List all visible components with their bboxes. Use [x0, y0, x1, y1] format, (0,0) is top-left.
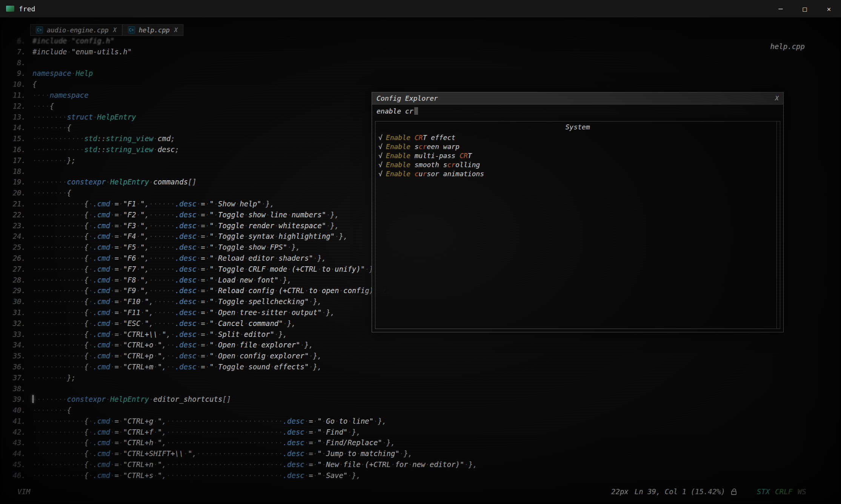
whitespace-dots: · — [313, 438, 317, 447]
code-line[interactable]: 40.········{ — [9, 405, 839, 416]
code-line[interactable]: 7.#include·"enum-utils.h" — [9, 46, 839, 57]
code-token: commands — [153, 178, 188, 186]
whitespace-dots: · — [136, 265, 140, 273]
code-line[interactable]: 37.········}; — [9, 372, 839, 383]
code-line[interactable]: 38. — [9, 383, 839, 394]
tab-help-cpp[interactable]: C+ help.cpp X — [122, 24, 183, 36]
code-token: .desc — [175, 363, 197, 371]
window-titlebar[interactable]: fred ─ □ ✕ — [0, 0, 841, 17]
code-token: .desc — [175, 243, 197, 251]
code-token: Cancel — [218, 319, 244, 327]
whitespace-dots: · — [347, 428, 352, 436]
whitespace-dots: ········ — [32, 178, 67, 186]
code-token: .cmd — [93, 221, 110, 230]
whitespace-dots: · — [339, 460, 343, 469]
code-token: = — [201, 276, 205, 284]
code-line[interactable]: 45.············{·.cmd·=·"CTRL+n·",······… — [9, 459, 839, 470]
checkbox-checked-icon[interactable]: √ — [378, 143, 383, 151]
config-item[interactable]: √Enable CRT effect — [378, 133, 777, 142]
syntax-flag[interactable]: STX — [757, 487, 770, 496]
code-line[interactable]: 35.············{·.cmd·=·"CTRL+p·",··.des… — [9, 350, 839, 361]
code-token: editor — [248, 254, 274, 262]
whitespace-flag[interactable]: WS — [798, 487, 806, 496]
whitespace-dots: ··························· — [166, 460, 283, 469]
code-token: FPS" — [270, 243, 287, 251]
popup-titlebar[interactable]: Config Explorer X — [372, 92, 783, 104]
code-token: }, — [287, 319, 296, 327]
checkbox-checked-icon[interactable]: √ — [378, 161, 383, 169]
whitespace-dots: · — [158, 330, 162, 338]
whitespace-dots: · — [235, 341, 240, 349]
whitespace-dots: · — [110, 363, 114, 371]
code-token: whitespace" — [278, 221, 326, 230]
code-line[interactable]: 43.············{·.cmd·=·"CTRL+h·",······… — [9, 437, 839, 448]
code-line[interactable]: 8. — [9, 57, 839, 68]
config-item[interactable]: √Enable multi-pass CRT — [378, 151, 777, 160]
line-number: 26. — [9, 253, 32, 264]
whitespace-dots: · — [313, 428, 317, 436]
minimize-button[interactable]: ─ — [769, 0, 793, 17]
code-token: "CTRL+o — [123, 341, 153, 349]
whitespace-dots: · — [197, 200, 201, 208]
code-token: }, — [331, 221, 339, 230]
whitespace-dots: · — [205, 352, 209, 360]
whitespace-dots: ····· — [153, 297, 175, 306]
whitespace-dots: · — [287, 265, 291, 273]
code-line[interactable]: 36.············{·.cmd·=·"CTRL+m·",··.des… — [9, 361, 839, 372]
code-line[interactable]: 9.namespace·Help — [9, 68, 839, 79]
code-line[interactable]: 39.········constexpr·HelpEntry·editor_sh… — [9, 394, 839, 405]
code-token: = — [114, 417, 118, 425]
tab-close-icon[interactable]: X — [113, 27, 117, 34]
code-token: (+CTRL — [278, 286, 304, 295]
config-item[interactable]: √Enable smooth scrolling — [378, 160, 777, 169]
crlf-flag[interactable]: CRLF — [775, 487, 792, 496]
tab-close-icon[interactable]: X — [174, 27, 178, 34]
code-line[interactable]: 44.············{·.cmd·=·"CTRL+SHIFT+\\·"… — [9, 448, 839, 459]
code-token: { — [84, 211, 88, 219]
code-token: " — [145, 297, 149, 306]
code-token: Jump — [326, 449, 343, 458]
code-token: "F4 — [123, 232, 136, 240]
code-line[interactable]: 41.············{·.cmd·=·"CTRL+g·",······… — [9, 416, 839, 427]
whitespace-dots: ········ — [32, 113, 67, 121]
code-token: .desc — [175, 286, 197, 295]
whitespace-dots: · — [197, 286, 201, 295]
line-number: 24. — [9, 231, 32, 242]
code-token: :: — [97, 145, 106, 154]
whitespace-dots: · — [322, 449, 326, 458]
code-token: { — [84, 363, 88, 371]
whitespace-dots: · — [89, 243, 93, 251]
whitespace-dots: · — [110, 243, 114, 251]
checkbox-checked-icon[interactable]: √ — [378, 152, 383, 160]
code-token: , — [162, 471, 166, 479]
code-line[interactable]: 42.············{·.cmd·=·"CTRL+f·",······… — [9, 427, 839, 438]
whitespace-dots: · — [266, 211, 270, 219]
code-token: "F7 — [123, 265, 136, 273]
code-line[interactable]: 46.············{·.cmd·=·"CTRL+s·",······… — [9, 470, 839, 481]
config-item-text — [411, 134, 415, 141]
code-token: "CTRL+\\ — [123, 330, 158, 338]
config-item[interactable]: √Enable screen warp — [378, 142, 777, 151]
code-token: Open — [218, 308, 235, 317]
code-line[interactable]: 10.{ — [9, 79, 839, 90]
config-item[interactable]: √Enable cursor animations — [378, 169, 777, 178]
line-number: 36. — [9, 361, 32, 372]
code-line[interactable]: 34.············{·.cmd·=·"CTRL+o·",··.des… — [9, 340, 839, 350]
code-token: "config.h" — [71, 37, 114, 45]
maximize-button[interactable]: □ — [793, 0, 817, 17]
whitespace-dots: · — [197, 319, 201, 327]
config-search-input[interactable]: enable cr — [372, 104, 783, 117]
checkbox-checked-icon[interactable]: √ — [378, 170, 383, 178]
close-button[interactable]: ✕ — [817, 0, 841, 17]
popup-scrollbar[interactable] — [776, 121, 777, 329]
code-token: = — [114, 254, 118, 262]
code-token: "F3 — [123, 221, 136, 230]
popup-close-button[interactable]: X — [775, 95, 779, 102]
line-number: 12. — [9, 101, 32, 112]
whitespace-dots: ············ — [32, 243, 84, 251]
whitespace-dots: · — [283, 319, 287, 327]
tab-audio-engine-cpp[interactable]: C+ audio-engine.cpp X — [30, 24, 122, 36]
whitespace-dots: · — [149, 395, 153, 403]
checkbox-checked-icon[interactable]: √ — [378, 134, 383, 141]
code-line[interactable]: 6.#include·"config.h" — [9, 35, 839, 46]
